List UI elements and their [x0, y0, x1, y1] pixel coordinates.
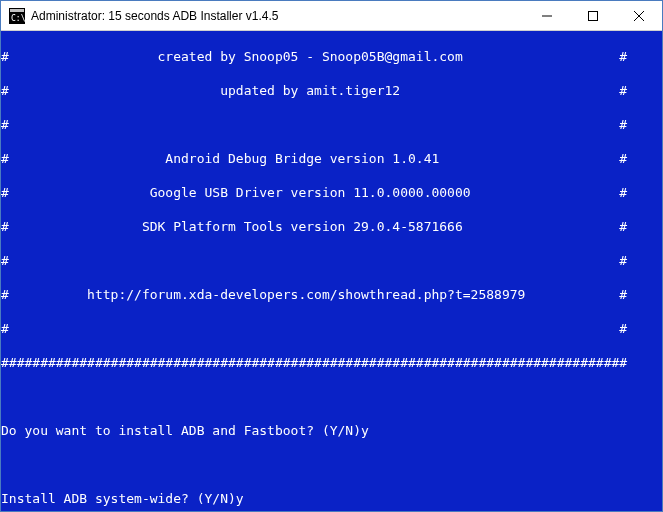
blank-line [1, 456, 662, 473]
header-line: ########################################… [1, 354, 662, 371]
titlebar[interactable]: C:\ Administrator: 15 seconds ADB Instal… [1, 1, 662, 31]
console-output[interactable]: # created by Snoop05 - Snoop05B@gmail.co… [1, 31, 662, 511]
header-line: # Android Debug Bridge version 1.0.41 # [1, 150, 662, 167]
header-line: # # [1, 252, 662, 269]
blank-line [1, 388, 662, 405]
minimize-button[interactable] [524, 1, 570, 30]
header-line: # # [1, 116, 662, 133]
svg-rect-1 [10, 9, 24, 12]
cmd-icon: C:\ [9, 8, 25, 24]
header-line: # # [1, 320, 662, 337]
header-line: # updated by amit.tiger12 # [1, 82, 662, 99]
prompt-line: Install ADB system-wide? (Y/N)y [1, 490, 662, 507]
header-line: # http://forum.xda-developers.com/showth… [1, 286, 662, 303]
window-title: Administrator: 15 seconds ADB Installer … [31, 9, 524, 23]
prompt-text: Do you want to install ADB and Fastboot?… [1, 423, 361, 438]
maximize-button[interactable] [570, 1, 616, 30]
prompt-line: Do you want to install ADB and Fastboot?… [1, 422, 662, 439]
header-line: # created by Snoop05 - Snoop05B@gmail.co… [1, 48, 662, 65]
prompt-text: Install ADB system-wide? (Y/N) [1, 491, 236, 506]
header-line: # Google USB Driver version 11.0.0000.00… [1, 184, 662, 201]
svg-text:C:\: C:\ [11, 14, 25, 23]
window-controls [524, 1, 662, 30]
user-input: y [361, 423, 369, 438]
close-button[interactable] [616, 1, 662, 30]
header-line: # SDK Platform Tools version 29.0.4-5871… [1, 218, 662, 235]
user-input: y [236, 491, 244, 506]
svg-rect-4 [589, 11, 598, 20]
app-window: C:\ Administrator: 15 seconds ADB Instal… [0, 0, 663, 512]
